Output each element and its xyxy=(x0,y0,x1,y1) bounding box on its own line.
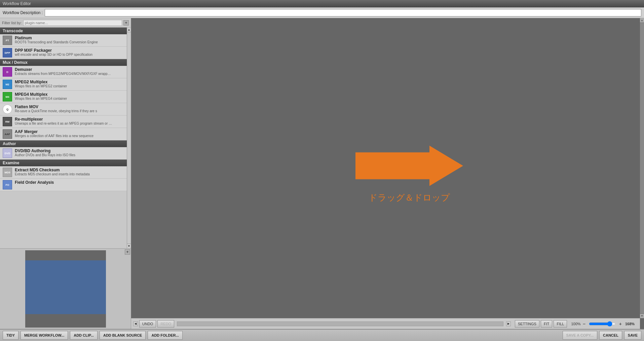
canvas-toolbar: ◀ UNDO REDO ▶ SETTINGS FIT FILL 100% − +… xyxy=(131,318,640,329)
plugin-remux-desc: Unwraps a file and re-writes it as an MP… xyxy=(15,122,112,125)
plugin-fieldorder[interactable]: FO Field Order Analysis xyxy=(0,179,127,191)
filter-input[interactable] xyxy=(23,20,122,26)
plugin-platinum-name: Platinum xyxy=(15,36,98,40)
orange-arrow-svg xyxy=(355,144,463,187)
plugin-flatten-desc: Re-save a QuickTime movie, obeying trims… xyxy=(15,109,97,113)
plugin-mpeg4-name: MPEG4 Multiplex xyxy=(15,92,67,97)
plugin-aaf-desc: Merges a collection of AAF files into a … xyxy=(15,134,93,138)
filter-label: Filter list by: xyxy=(2,21,22,25)
category-transcode: Transcode xyxy=(0,28,127,34)
plugin-mpeg4[interactable]: M4 MPEG4 Multiplex Wraps files in an MPE… xyxy=(0,91,127,103)
plugin-dvd-name: DVD/BD Authoring xyxy=(15,148,75,153)
add-clip-button[interactable]: ADD CLIP... xyxy=(70,331,98,340)
title-bar: Workflow Editor xyxy=(0,0,644,7)
workflow-desc-input[interactable] xyxy=(45,9,641,16)
plugin-checksum[interactable]: MD5 Extract MD5 Checksum Extracts MD5 ch… xyxy=(0,166,127,179)
plugin-fieldorder-icon: FO xyxy=(3,180,12,189)
plugin-list: Transcode PT Platinum ROOT6 Transcoding … xyxy=(0,28,127,248)
plugin-checksum-name: Extract MD5 Checksum xyxy=(15,168,90,172)
canvas-area: ドラッグ＆ドロップ ▲ ▼ ◀ UNDO REDO ▶ SETTINGS FIT… xyxy=(131,18,644,329)
merge-workflow-button[interactable]: MERGE WORKFLOW... xyxy=(21,331,68,340)
save-button[interactable]: SAVE xyxy=(624,331,641,340)
plugin-mpeg2-icon: M2 xyxy=(3,80,12,89)
plugin-mpeg2-name: MPEG2 Multiplex xyxy=(15,80,67,84)
hscroll-right[interactable]: ▶ xyxy=(506,322,511,326)
hscroll-left[interactable]: ◀ xyxy=(133,322,138,326)
plugin-demuxer[interactable]: D Demuxer Extracts streams from MPEG2/MP… xyxy=(0,66,127,78)
plugin-aaf[interactable]: AAF AAF Merger Merges a collection of AA… xyxy=(0,128,127,140)
plugin-dvd-desc: Author DVDs and Blu Rays into ISO files xyxy=(15,153,75,157)
plugin-flatten-icon: Q xyxy=(3,104,12,114)
add-blank-source-button[interactable]: ADD BLANK SOURCE xyxy=(100,331,146,340)
plugin-dpp-icon: DPP xyxy=(3,48,12,57)
svg-marker-0 xyxy=(355,145,463,186)
zoom-plus[interactable]: + xyxy=(619,321,622,327)
plugin-aaf-icon: AAF xyxy=(3,129,12,139)
title-text: Workflow Editor xyxy=(3,1,31,6)
plugin-platinum[interactable]: PT Platinum ROOT6 Transcoding and Standa… xyxy=(0,34,127,47)
plugin-mpeg2-desc: Wraps files in an MPEG2 container xyxy=(15,84,67,88)
cancel-button[interactable]: CANCEL xyxy=(599,331,622,340)
workflow-desc-label: Workflow Description : xyxy=(3,10,43,15)
category-author: Author xyxy=(0,140,127,147)
plugin-mpeg4-desc: Wraps files in an MPEG4 container xyxy=(15,97,67,100)
zoom-100-label: 100% xyxy=(571,322,580,326)
plugin-mpeg2[interactable]: M2 MPEG2 Multiplex Wraps files in an MPE… xyxy=(0,78,127,91)
save-copy-button[interactable]: SAVE A COPY... xyxy=(563,331,598,340)
drag-drop-text: ドラッグ＆ドロップ xyxy=(369,191,450,203)
workflow-desc-row: Workflow Description : xyxy=(0,7,644,18)
plugin-checksum-icon: MD5 xyxy=(3,168,12,177)
plugin-remux-name: Re-multiplexer xyxy=(15,117,112,122)
plugin-platinum-icon: PT xyxy=(3,36,12,45)
zoom-slider[interactable] xyxy=(589,321,616,327)
plugin-dpp-name: DPP MXF Packager xyxy=(15,48,92,53)
plugin-dvd-icon: DVD xyxy=(3,148,12,158)
plugin-flatten-name: Flatten MOV xyxy=(15,104,97,109)
left-panel: Filter list by: + Transcode PT Platinum … xyxy=(0,18,131,329)
add-folder-button[interactable]: ADD FOLDER... xyxy=(148,331,182,340)
category-examine: Examine xyxy=(0,160,127,166)
tidy-button[interactable]: TIDY xyxy=(3,331,18,340)
canvas-hscroll[interactable] xyxy=(177,322,503,326)
plugin-dpp[interactable]: DPP DPP MXF Packager will encode and wra… xyxy=(0,47,127,59)
fit-button[interactable]: FIT xyxy=(541,320,553,328)
plugin-mpeg4-icon: M4 xyxy=(3,92,12,101)
plugin-checksum-desc: Extracts MD5 checksum and inserts into m… xyxy=(15,172,90,176)
zoom-value: 168% xyxy=(625,322,638,326)
plugin-aaf-name: AAF Merger xyxy=(15,129,93,134)
plugin-remux[interactable]: RM Re-multiplexer Unwraps a file and re-… xyxy=(0,116,127,128)
plugin-remux-icon: RM xyxy=(3,117,12,126)
undo-button[interactable]: UNDO xyxy=(139,320,156,328)
plugin-demuxer-icon: D xyxy=(3,67,12,77)
main-content: Filter list by: + Transcode PT Platinum … xyxy=(0,18,644,329)
category-mux-demux: Mux / Demux xyxy=(0,59,127,66)
redo-button[interactable]: REDO xyxy=(157,320,174,328)
canvas-vscroll[interactable]: ▲ ▼ xyxy=(640,18,644,318)
arrow-container xyxy=(355,144,463,187)
drag-drop-area: ドラッグ＆ドロップ xyxy=(355,144,463,203)
list-vscroll[interactable]: ▲ ▼ xyxy=(127,28,131,248)
thumbnail-blue-area xyxy=(25,260,106,314)
plugin-fieldorder-name: Field Order Analysis xyxy=(15,180,54,185)
plugin-platinum-desc: ROOT6 Transcoding and Standards Conversi… xyxy=(15,40,98,44)
filter-row: Filter list by: + xyxy=(0,18,131,28)
plugin-dpp-desc: will encode and wrap SD or HD to DPP spe… xyxy=(15,53,92,56)
bottom-toolbar: TIDY MERGE WORKFLOW... ADD CLIP... ADD B… xyxy=(0,329,644,341)
thumbnail-area xyxy=(25,250,106,328)
settings-button[interactable]: SETTINGS xyxy=(515,320,539,328)
zoom-minus[interactable]: − xyxy=(583,321,585,327)
plugin-demuxer-name: Demuxer xyxy=(15,67,112,72)
plugin-demuxer-desc: Extracts streams from MPEG2/MPEG4/MOV/MX… xyxy=(15,72,112,76)
plugin-dvd[interactable]: DVD DVD/BD Authoring Author DVDs and Blu… xyxy=(0,147,127,160)
fill-button[interactable]: FILL xyxy=(554,320,567,328)
plugin-flatten[interactable]: Q Flatten MOV Re-save a QuickTime movie,… xyxy=(0,103,127,116)
thumbnail-plus-button[interactable]: + xyxy=(125,249,130,255)
filter-plus-button[interactable]: + xyxy=(123,20,129,26)
thumbnail-panel: + xyxy=(0,248,131,329)
